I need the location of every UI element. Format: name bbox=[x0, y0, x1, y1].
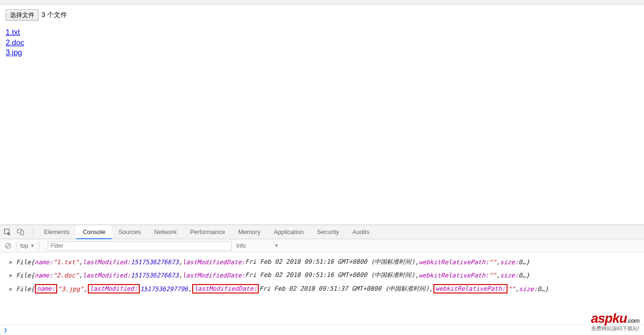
file-link[interactable]: 3.jpg bbox=[6, 48, 638, 58]
separator bbox=[33, 228, 34, 236]
file-link[interactable]: 2.doc bbox=[6, 38, 638, 48]
page-content: 选择文件 3 个文件 1.txt2.doc3.jpg bbox=[0, 5, 644, 63]
devtools-panel: ElementsConsoleSourcesNetworkPerformance… bbox=[0, 225, 644, 335]
execution-context-selector[interactable]: top ▼ bbox=[20, 243, 35, 249]
browser-toolbar-strip bbox=[0, 0, 644, 5]
devtools-tab-audits[interactable]: Audits bbox=[346, 225, 376, 239]
clear-console-icon[interactable] bbox=[4, 242, 12, 250]
file-link[interactable]: 1.txt bbox=[6, 27, 638, 38]
context-label: top bbox=[20, 243, 28, 249]
dropdown-triangle-icon: ▼ bbox=[274, 243, 279, 248]
expand-triangle-icon[interactable]: ▶ bbox=[9, 259, 14, 265]
file-picker-row: 选择文件 3 个文件 bbox=[6, 9, 638, 21]
expand-triangle-icon[interactable]: ▶ bbox=[9, 272, 14, 278]
console-filter-input[interactable] bbox=[48, 241, 232, 251]
devtools-tab-memory[interactable]: Memory bbox=[232, 225, 267, 239]
svg-line-4 bbox=[6, 244, 10, 248]
devtools-tab-sources[interactable]: Sources bbox=[112, 225, 148, 239]
inspect-element-icon[interactable] bbox=[4, 228, 11, 236]
svg-rect-2 bbox=[21, 231, 24, 235]
file-links-list: 1.txt2.doc3.jpg bbox=[6, 27, 638, 58]
devtools-tab-security[interactable]: Security bbox=[310, 225, 346, 239]
separator bbox=[16, 242, 17, 250]
devtools-tabbar: ElementsConsoleSourcesNetworkPerformance… bbox=[0, 225, 644, 239]
prompt-chevron-icon: ❯ bbox=[4, 327, 8, 334]
log-level-selector[interactable]: Info ▼ bbox=[237, 243, 279, 249]
console-log-line[interactable]: ▶File {name: "2.doc", lastModified: 1517… bbox=[2, 268, 642, 282]
devtools-tab-performance[interactable]: Performance bbox=[183, 225, 231, 239]
devtools-tab-network[interactable]: Network bbox=[148, 225, 184, 239]
file-count-text: 3 个文件 bbox=[42, 11, 67, 19]
expand-triangle-icon[interactable]: ▶ bbox=[9, 286, 14, 292]
level-label: Info bbox=[237, 243, 246, 249]
console-prompt[interactable]: ❯ bbox=[0, 325, 644, 335]
console-log-line[interactable]: ▶File {name: "1.txt", lastModified: 1517… bbox=[2, 255, 642, 268]
separator bbox=[39, 242, 39, 250]
devtools-left-icons bbox=[4, 228, 29, 236]
devtools-tab-application[interactable]: Application bbox=[267, 225, 311, 239]
dropdown-triangle-icon: ▼ bbox=[30, 243, 35, 248]
device-toggle-icon[interactable] bbox=[17, 228, 25, 236]
console-log-line[interactable]: ▶File {name: "3.jpg", lastModified: 1517… bbox=[2, 282, 642, 296]
choose-file-button[interactable]: 选择文件 bbox=[6, 9, 39, 21]
console-output: ▶File {name: "1.txt", lastModified: 1517… bbox=[0, 252, 644, 325]
devtools-tab-console[interactable]: Console bbox=[76, 225, 112, 239]
devtools-tab-elements[interactable]: Elements bbox=[37, 225, 76, 239]
console-filter-bar: top ▼ Info ▼ bbox=[0, 239, 644, 252]
